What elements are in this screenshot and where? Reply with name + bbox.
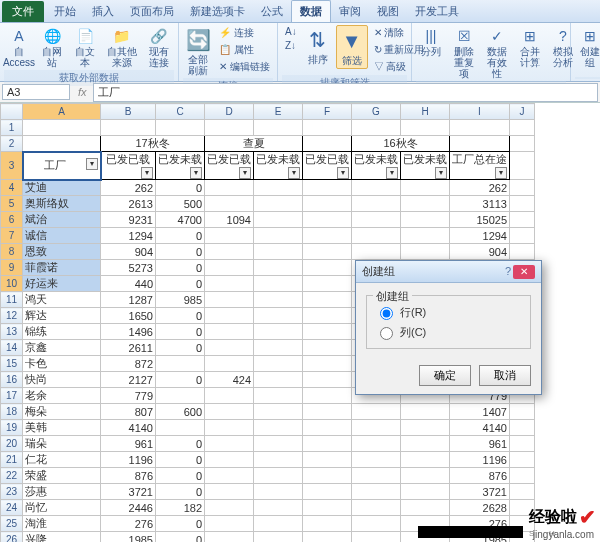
sort-button[interactable]: Z↓	[282, 39, 300, 52]
row-header[interactable]: 19	[1, 420, 23, 436]
cell[interactable]	[352, 516, 401, 532]
cell[interactable]	[401, 244, 450, 260]
column-filter-header[interactable]: 已发未载▾	[401, 152, 450, 180]
cell[interactable]	[303, 228, 352, 244]
tab-review[interactable]: 审阅	[331, 1, 369, 22]
cell[interactable]: 3113	[450, 196, 510, 212]
cell[interactable]	[303, 436, 352, 452]
cell[interactable]	[254, 276, 303, 292]
row-header[interactable]: 1	[1, 120, 23, 136]
cell[interactable]: 904	[101, 244, 156, 260]
row-header[interactable]: 16	[1, 372, 23, 388]
help-icon[interactable]: ?	[505, 265, 511, 279]
cell[interactable]	[352, 244, 401, 260]
filter-arrow-icon[interactable]: ▾	[141, 167, 153, 179]
cell[interactable]	[254, 260, 303, 276]
cell[interactable]	[205, 388, 254, 404]
cell[interactable]	[254, 180, 303, 196]
cell[interactable]	[205, 180, 254, 196]
cell[interactable]: 1294	[450, 228, 510, 244]
column-filter-header[interactable]: 已发未载▾	[254, 152, 303, 180]
cell[interactable]: 5273	[101, 260, 156, 276]
cell[interactable]	[352, 532, 401, 543]
tab-view[interactable]: 视图	[369, 1, 407, 22]
cell[interactable]: 600	[156, 404, 205, 420]
cell[interactable]	[156, 388, 205, 404]
file-tab[interactable]: 文件	[2, 1, 44, 22]
row-header[interactable]: 2	[1, 136, 23, 152]
row-header[interactable]: 12	[1, 308, 23, 324]
col-header[interactable]: A	[23, 104, 101, 120]
cell[interactable]: 0	[156, 276, 205, 292]
cell[interactable]	[303, 420, 352, 436]
cell[interactable]	[254, 436, 303, 452]
row-header[interactable]: 24	[1, 500, 23, 516]
cell[interactable]	[205, 276, 254, 292]
radio-cols[interactable]: 列(C)	[375, 322, 522, 342]
cell[interactable]	[205, 532, 254, 543]
cell[interactable]	[352, 212, 401, 228]
cell[interactable]: 奥斯络奴	[23, 196, 101, 212]
row-header[interactable]: 17	[1, 388, 23, 404]
cell[interactable]	[254, 484, 303, 500]
ribbon-button[interactable]: 📁自其他来源	[103, 25, 140, 70]
cell[interactable]	[303, 292, 352, 308]
cell[interactable]	[254, 420, 303, 436]
cell[interactable]	[303, 212, 352, 228]
cell[interactable]	[401, 452, 450, 468]
cell[interactable]	[352, 228, 401, 244]
cell[interactable]	[401, 212, 450, 228]
column-filter-header[interactable]: 已发已载▾	[205, 152, 254, 180]
cell[interactable]	[205, 452, 254, 468]
cell[interactable]	[303, 180, 352, 196]
cell[interactable]	[401, 420, 450, 436]
cell[interactable]	[205, 420, 254, 436]
row-header[interactable]: 26	[1, 532, 23, 543]
ribbon-small[interactable]: ⚡ 连接	[216, 25, 273, 41]
cell[interactable]: 779	[101, 388, 156, 404]
cell[interactable]	[303, 340, 352, 356]
row-header[interactable]: 13	[1, 324, 23, 340]
filter-arrow-icon[interactable]: ▾	[239, 167, 251, 179]
tab-data[interactable]: 数据	[291, 0, 331, 22]
cell[interactable]	[352, 436, 401, 452]
ribbon-button[interactable]: 🌐自网站	[37, 25, 67, 70]
cell[interactable]	[156, 356, 205, 372]
cell[interactable]: 1287	[101, 292, 156, 308]
cell[interactable]	[401, 228, 450, 244]
row-header[interactable]: 20	[1, 436, 23, 452]
ribbon-button[interactable]: 🔄全部刷新	[183, 25, 213, 78]
formula-input[interactable]: 工厂	[93, 83, 598, 102]
cell[interactable]: 2127	[101, 372, 156, 388]
cell[interactable]: 2613	[101, 196, 156, 212]
cell[interactable]	[254, 244, 303, 260]
row-header[interactable]: 4	[1, 180, 23, 196]
cell[interactable]: 0	[156, 260, 205, 276]
filter-arrow-icon[interactable]: ▾	[288, 167, 300, 179]
cancel-button[interactable]: 取消	[479, 365, 531, 386]
ribbon-small[interactable]: ✕ 编辑链接	[216, 59, 273, 75]
ribbon-button[interactable]: ☒删除重复项	[449, 25, 479, 81]
cell[interactable]	[303, 260, 352, 276]
cell[interactable]: 262	[101, 180, 156, 196]
cell[interactable]	[205, 324, 254, 340]
cell[interactable]: 菲霞诺	[23, 260, 101, 276]
col-header[interactable]: E	[254, 104, 303, 120]
cell[interactable]: 1650	[101, 308, 156, 324]
row-header[interactable]: 7	[1, 228, 23, 244]
cell[interactable]	[205, 436, 254, 452]
cell[interactable]	[205, 292, 254, 308]
filter-arrow-icon[interactable]: ▾	[435, 167, 447, 179]
cell[interactable]: 好运来	[23, 276, 101, 292]
cell[interactable]	[303, 388, 352, 404]
cell[interactable]: 卡色	[23, 356, 101, 372]
cell[interactable]: 0	[156, 228, 205, 244]
cell[interactable]	[303, 244, 352, 260]
ribbon-button[interactable]: ✓数据有效性	[482, 25, 512, 81]
cell[interactable]: 1496	[101, 324, 156, 340]
cell[interactable]	[401, 468, 450, 484]
cell[interactable]	[352, 468, 401, 484]
cell[interactable]: 0	[156, 372, 205, 388]
ribbon-button[interactable]: ⊞合并计算	[515, 25, 545, 70]
cell[interactable]: 1196	[101, 452, 156, 468]
